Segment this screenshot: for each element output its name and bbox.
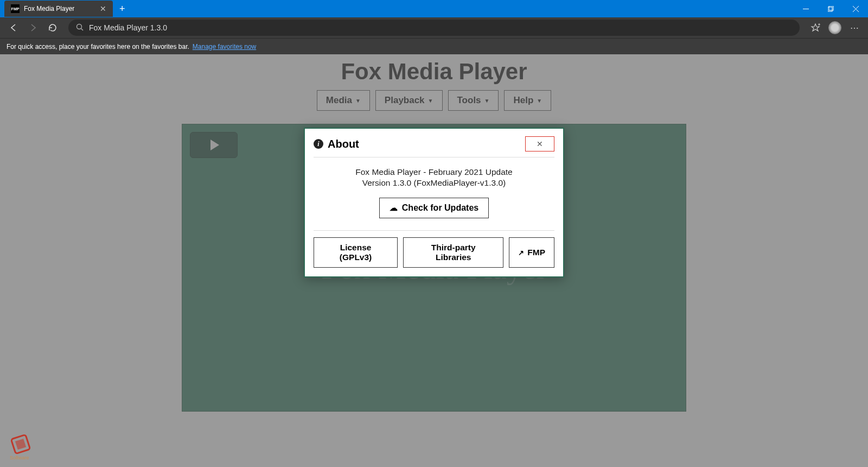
dialog-title-text: About — [328, 138, 359, 150]
new-tab-button[interactable]: + — [113, 3, 132, 15]
info-icon: i — [314, 139, 323, 149]
button-label: Check for Updates — [402, 203, 478, 213]
license-button[interactable]: License (GPLv3) — [314, 237, 398, 268]
about-line-1: Fox Media Player - February 2021 Update — [314, 167, 554, 177]
browser-tab[interactable]: FMP Fox Media Player ✕ — [4, 1, 113, 17]
button-label: FMP — [527, 248, 545, 257]
search-icon — [76, 23, 84, 33]
svg-text:Software: Software — [10, 455, 29, 460]
manage-favorites-link[interactable]: Manage favorites now — [193, 43, 256, 51]
external-link-icon: ↗ — [518, 249, 524, 257]
close-tab-icon[interactable]: ✕ — [100, 4, 106, 13]
dialog-body: Fox Media Player - February 2021 Update … — [305, 157, 563, 230]
address-bar[interactable]: Fox Media Player 1.3.0 — [68, 20, 800, 36]
cloud-download-icon: ☁ — [390, 203, 398, 213]
tab-strip: FMP Fox Media Player ✕ + — [0, 0, 132, 17]
svg-rect-2 — [829, 6, 833, 10]
dialog-title: i About — [314, 138, 359, 150]
back-button[interactable] — [5, 20, 22, 36]
profile-avatar-icon — [828, 21, 841, 34]
refresh-button[interactable] — [44, 20, 61, 36]
button-label: License (GPLv3) — [323, 243, 388, 262]
minimize-button[interactable] — [793, 0, 818, 17]
dialog-header: i About ✕ — [305, 129, 563, 157]
forward-button[interactable] — [25, 20, 41, 36]
favorites-bar: For quick access, place your favorites h… — [0, 38, 868, 54]
about-dialog: i About ✕ Fox Media Player - February 20… — [304, 128, 564, 277]
third-party-button[interactable]: Third-party Libraries — [403, 237, 503, 268]
fmp-link-button[interactable]: ↗ FMP — [509, 237, 554, 268]
svg-rect-0 — [803, 9, 809, 9]
button-label: Third-party Libraries — [412, 243, 494, 262]
profile-button[interactable] — [827, 20, 843, 36]
favorites-icon[interactable] — [807, 20, 824, 36]
about-line-2: Version 1.3.0 (FoxMediaPlayer-v1.3.0) — [314, 178, 554, 188]
close-window-button[interactable] — [843, 0, 868, 17]
check-updates-button[interactable]: ☁ Check for Updates — [379, 198, 489, 218]
window-controls — [793, 0, 868, 17]
svg-rect-10 — [15, 439, 26, 450]
svg-point-5 — [77, 24, 82, 29]
tab-favicon: FMP — [11, 4, 20, 13]
tab-title: Fox Media Player — [24, 5, 74, 12]
more-button[interactable]: ⋯ — [846, 20, 863, 36]
svg-rect-1 — [828, 7, 832, 11]
window-titlebar: FMP Fox Media Player ✕ + — [0, 0, 868, 17]
maximize-button[interactable] — [818, 0, 843, 17]
watermark-logo: Software — [5, 429, 38, 462]
svg-line-6 — [81, 28, 84, 30]
address-text: Fox Media Player 1.3.0 — [89, 23, 167, 32]
favorites-hint: For quick access, place your favorites h… — [7, 43, 189, 51]
close-dialog-button[interactable]: ✕ — [525, 136, 554, 152]
dialog-footer: License (GPLv3) Third-party Libraries ↗ … — [305, 231, 563, 276]
browser-toolbar: Fox Media Player 1.3.0 ⋯ — [0, 17, 868, 38]
